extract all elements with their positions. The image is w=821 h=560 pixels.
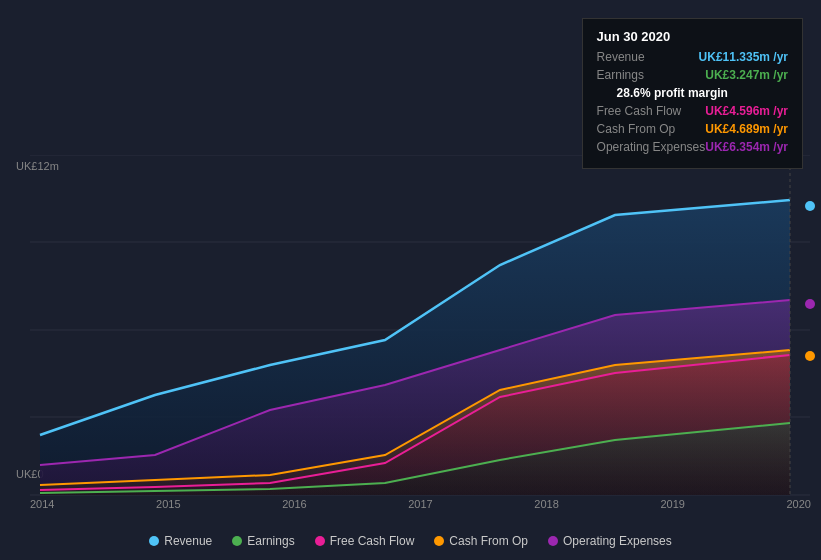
- legend-dot-earnings: [232, 536, 242, 546]
- x-label-2019: 2019: [660, 498, 684, 510]
- side-marker-revenue: [805, 201, 815, 211]
- tooltip-value-opex: UK£6.354m /yr: [705, 140, 788, 154]
- tooltip-value-cashop: UK£4.689m /yr: [705, 122, 788, 136]
- x-label-2020: 2020: [786, 498, 810, 510]
- tooltip-value-revenue: UK£11.335m /yr: [699, 50, 788, 64]
- x-label-2017: 2017: [408, 498, 432, 510]
- legend-dot-opex: [548, 536, 558, 546]
- tooltip-row-cashop: Cash From Op UK£4.689m /yr: [597, 122, 788, 136]
- x-label-2018: 2018: [534, 498, 558, 510]
- legend-item-cashop[interactable]: Cash From Op: [434, 534, 528, 548]
- side-marker-opex: [805, 299, 815, 309]
- legend-item-earnings[interactable]: Earnings: [232, 534, 294, 548]
- tooltip-label-revenue: Revenue: [597, 50, 645, 64]
- tooltip-label-cashop: Cash From Op: [597, 122, 676, 136]
- legend-label-cashop: Cash From Op: [449, 534, 528, 548]
- legend-dot-cashop: [434, 536, 444, 546]
- legend-item-opex[interactable]: Operating Expenses: [548, 534, 672, 548]
- tooltip-date: Jun 30 2020: [597, 29, 788, 44]
- side-marker-cashop: [805, 351, 815, 361]
- legend-label-earnings: Earnings: [247, 534, 294, 548]
- chart-area: [0, 155, 821, 505]
- legend-item-revenue[interactable]: Revenue: [149, 534, 212, 548]
- x-label-2014: 2014: [30, 498, 54, 510]
- tooltip-row-revenue: Revenue UK£11.335m /yr: [597, 50, 788, 64]
- legend-item-fcf[interactable]: Free Cash Flow: [315, 534, 415, 548]
- tooltip-row-fcf: Free Cash Flow UK£4.596m /yr: [597, 104, 788, 118]
- legend-label-opex: Operating Expenses: [563, 534, 672, 548]
- x-label-2016: 2016: [282, 498, 306, 510]
- legend-label-fcf: Free Cash Flow: [330, 534, 415, 548]
- tooltip-row-earnings: Earnings UK£3.247m /yr: [597, 68, 788, 82]
- tooltip-label-fcf: Free Cash Flow: [597, 104, 682, 118]
- x-axis: 2014 2015 2016 2017 2018 2019 2020: [30, 498, 811, 510]
- legend-dot-revenue: [149, 536, 159, 546]
- x-label-2015: 2015: [156, 498, 180, 510]
- tooltip-value-fcf: UK£4.596m /yr: [705, 104, 788, 118]
- legend-dot-fcf: [315, 536, 325, 546]
- tooltip-card: Jun 30 2020 Revenue UK£11.335m /yr Earni…: [582, 18, 803, 169]
- legend-label-revenue: Revenue: [164, 534, 212, 548]
- tooltip-margin: 28.6% profit margin: [597, 86, 788, 100]
- tooltip-row-opex: Operating Expenses UK£6.354m /yr: [597, 140, 788, 154]
- chart-svg: [0, 155, 821, 505]
- chart-legend: Revenue Earnings Free Cash Flow Cash Fro…: [0, 534, 821, 548]
- tooltip-label-opex: Operating Expenses: [597, 140, 706, 154]
- tooltip-label-earnings: Earnings: [597, 68, 644, 82]
- tooltip-value-earnings: UK£3.247m /yr: [705, 68, 788, 82]
